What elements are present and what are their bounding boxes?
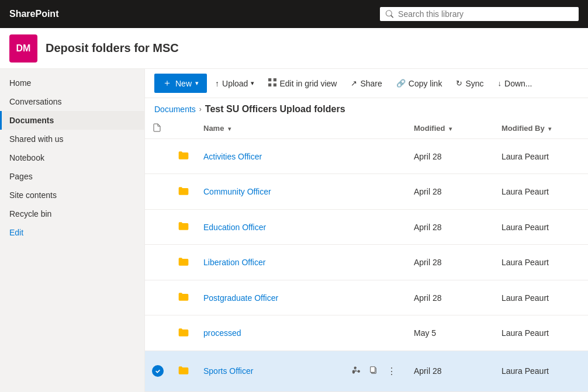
- file-name[interactable]: Sports Officer: [203, 366, 253, 376]
- copy-link-button[interactable]: 🔗 Copy link: [390, 75, 448, 92]
- folder-icon: [178, 224, 189, 233]
- sidebar-item-label: Site contents: [9, 190, 57, 200]
- breadcrumb-parent[interactable]: Documents: [154, 105, 196, 114]
- file-icon-header: [152, 125, 161, 134]
- modifiedby-sort-icon: ▾: [548, 126, 551, 132]
- svg-rect-2: [268, 84, 271, 86]
- sidebar-item-recycle-bin[interactable]: Recycle bin: [0, 204, 144, 223]
- new-button[interactable]: ＋ New ▾: [154, 74, 207, 93]
- download-icon: ↓: [498, 79, 502, 88]
- row-checkbox-cell: [145, 315, 171, 351]
- file-name[interactable]: Community Officer: [203, 187, 271, 196]
- file-name[interactable]: Postgraduate Officer: [203, 293, 278, 303]
- sidebar-item-label: Home: [9, 78, 31, 88]
- svg-rect-5: [371, 367, 375, 373]
- row-folder-icon-cell: [171, 280, 196, 315]
- row-checkbox-cell: [145, 139, 171, 174]
- avatar: DM: [9, 34, 37, 63]
- table-row[interactable]: Sports Officer ⋮ April 28Laura Peaurt: [145, 351, 588, 391]
- svg-rect-0: [268, 78, 271, 81]
- row-folder-icon-cell: [171, 351, 196, 391]
- row-modified-by-cell: Laura Peaurt: [494, 209, 588, 244]
- svg-rect-3: [274, 84, 276, 86]
- col-modifiedby-label: Modified By: [501, 124, 545, 133]
- breadcrumb: Documents › Test SU Officers Upload fold…: [145, 98, 588, 118]
- search-box[interactable]: [380, 7, 579, 21]
- row-folder-icon-cell: [171, 174, 196, 209]
- row-modified-by-cell: Laura Peaurt: [494, 245, 588, 280]
- sidebar-item-home[interactable]: Home: [0, 74, 144, 92]
- row-modified-by-cell: Laura Peaurt: [494, 139, 588, 174]
- file-name[interactable]: Education Officer: [203, 223, 266, 232]
- row-folder-icon-cell: [171, 139, 196, 174]
- breadcrumb-current: Test SU Officers Upload folders: [205, 104, 345, 115]
- sync-button[interactable]: ↻ Sync: [450, 75, 489, 92]
- table-row[interactable]: Education OfficerApril 28Laura Peaurt: [145, 209, 588, 244]
- table-row[interactable]: Liberation OfficerApril 28Laura Peaurt: [145, 245, 588, 280]
- col-header-checkbox[interactable]: [145, 118, 171, 139]
- sync-icon: ↻: [456, 79, 462, 88]
- row-checkbox-cell: [145, 209, 171, 244]
- toolbar: ＋ New ▾ ↑ Upload ▾ Edit in grid view ↗ S…: [145, 69, 588, 98]
- upload-button[interactable]: ↑ Upload ▾: [209, 75, 260, 92]
- table-row[interactable]: Postgraduate OfficerApril 28Laura Peaurt: [145, 280, 588, 315]
- search-icon: [386, 10, 393, 18]
- sharepoint-logo: SharePoint: [9, 9, 380, 19]
- row-name-cell: Sports Officer ⋮: [196, 351, 407, 391]
- row-folder-icon-cell: [171, 209, 196, 244]
- folder-icon: [178, 294, 189, 304]
- share-label: Share: [360, 79, 382, 88]
- sidebar-item-conversations[interactable]: Conversations: [0, 92, 144, 111]
- sidebar-item-site-contents[interactable]: Site contents: [0, 186, 144, 204]
- col-name-label: Name: [203, 124, 224, 133]
- sidebar-item-label: Conversations: [9, 97, 62, 106]
- table-row[interactable]: Activities OfficerApril 28Laura Peaurt: [145, 139, 588, 174]
- content-area: ＋ New ▾ ↑ Upload ▾ Edit in grid view ↗ S…: [145, 69, 588, 392]
- col-header-icon: [171, 118, 196, 139]
- sidebar-item-shared[interactable]: Shared with us: [0, 130, 144, 148]
- row-copy-button[interactable]: [366, 363, 381, 379]
- sidebar-item-label: Documents: [9, 116, 54, 125]
- copy-link-label: Copy link: [409, 79, 442, 88]
- file-name[interactable]: Liberation Officer: [203, 258, 265, 267]
- edit-grid-label: Edit in grid view: [279, 79, 337, 88]
- row-more-button[interactable]: ⋮: [383, 363, 400, 379]
- edit-grid-button[interactable]: Edit in grid view: [262, 75, 343, 92]
- sidebar-item-label: Pages: [9, 172, 33, 181]
- sidebar-item-notebook[interactable]: Notebook: [0, 148, 144, 167]
- col-header-name[interactable]: Name ▾: [196, 118, 407, 139]
- modified-sort-icon: ▾: [449, 126, 452, 132]
- share-icon: ↗: [351, 79, 357, 88]
- row-share-button[interactable]: [348, 363, 364, 379]
- upload-icon: ↑: [215, 79, 219, 88]
- new-button-label: New: [175, 79, 192, 88]
- page-header: DM Deposit folders for MSC: [0, 28, 588, 69]
- row-modified-by-cell: Laura Peaurt: [494, 174, 588, 209]
- sidebar-item-documents[interactable]: Documents: [0, 111, 144, 130]
- row-modified-by-cell: Laura Peaurt: [494, 315, 588, 351]
- row-checkbox-cell: [145, 174, 171, 209]
- row-name-cell: Postgraduate Officer: [196, 280, 407, 315]
- row-checkbox[interactable]: [152, 365, 164, 377]
- sidebar-item-pages[interactable]: Pages: [0, 167, 144, 186]
- col-header-modified[interactable]: Modified ▾: [407, 118, 494, 139]
- download-button[interactable]: ↓ Down...: [492, 75, 538, 92]
- table-row[interactable]: Community OfficerApril 28Laura Peaurt: [145, 174, 588, 209]
- table-row[interactable]: processedMay 5Laura Peaurt: [145, 315, 588, 351]
- folder-icon: [178, 259, 189, 269]
- row-modified-cell: April 28: [407, 280, 494, 315]
- row-checkbox-cell: [145, 351, 171, 391]
- share-button[interactable]: ↗ Share: [345, 75, 388, 92]
- upload-label: Upload: [222, 79, 248, 88]
- file-name[interactable]: Activities Officer: [203, 152, 262, 161]
- file-name[interactable]: processed: [203, 328, 241, 338]
- sidebar: Home Conversations Documents Shared with…: [0, 69, 145, 392]
- search-input[interactable]: [398, 9, 573, 19]
- link-icon: 🔗: [396, 79, 406, 88]
- row-name-cell: Activities Officer: [196, 139, 407, 174]
- col-header-modified-by[interactable]: Modified By ▾: [494, 118, 588, 139]
- row-name-cell: Education Officer: [196, 209, 407, 244]
- download-label: Down...: [504, 79, 532, 88]
- folder-icon: [178, 330, 189, 339]
- sidebar-edit-link[interactable]: Edit: [0, 223, 144, 242]
